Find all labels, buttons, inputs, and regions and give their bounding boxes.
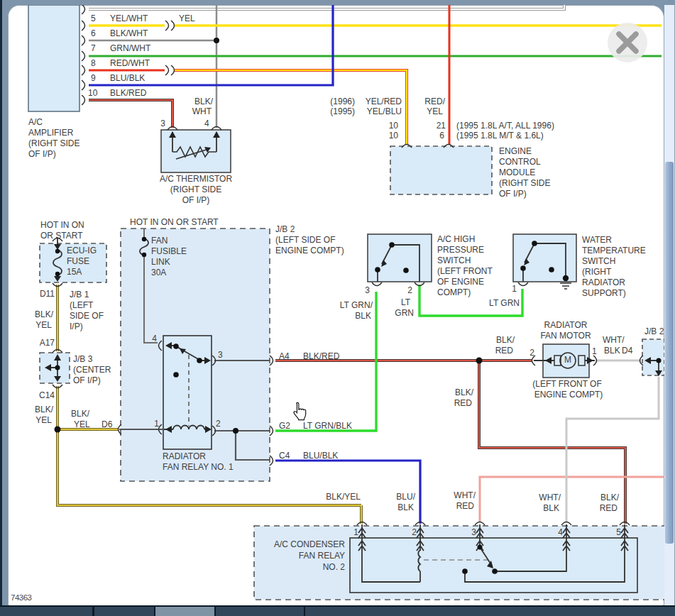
close-button[interactable] xyxy=(608,23,647,62)
scrollbar-thumb[interactable] xyxy=(665,162,674,544)
taskbar-segment-1[interactable] xyxy=(0,607,92,616)
window-edge-top xyxy=(0,0,675,5)
taskbar-segment-4[interactable] xyxy=(216,607,304,616)
taskbar-segment-2[interactable] xyxy=(94,607,154,616)
diagram-canvas xyxy=(8,5,664,607)
taskbar-segment-5[interactable] xyxy=(305,607,675,616)
taskbar-segment-3[interactable] xyxy=(155,607,214,616)
scrollbar[interactable] xyxy=(664,5,675,605)
taskbar xyxy=(0,605,675,616)
window-edge-left xyxy=(0,0,8,605)
diagram-id: 74363 xyxy=(11,593,31,602)
close-icon xyxy=(615,31,640,55)
